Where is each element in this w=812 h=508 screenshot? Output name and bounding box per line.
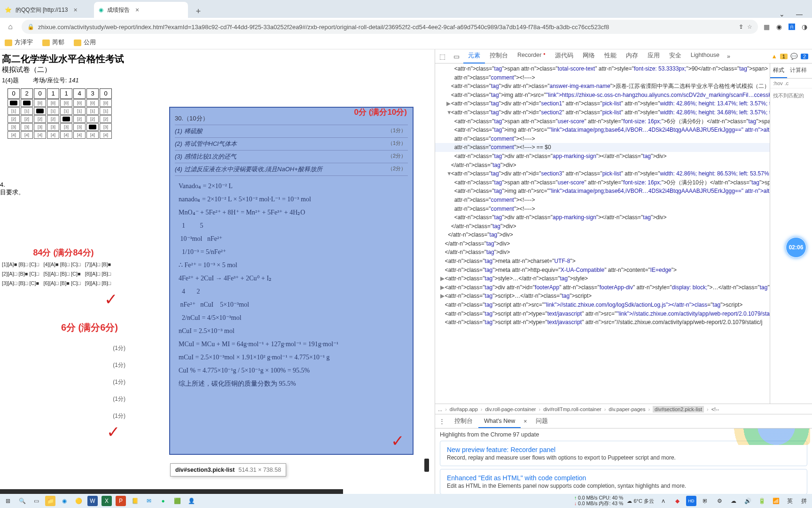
info-badge[interactable]: 2: [801, 54, 808, 59]
section3-highlight[interactable]: 0分 (满分10分) 30.（10分） (1) 稀硫酸（1分）(2) 将试管中H…: [169, 107, 414, 455]
bookmark-bar: 方泽宇 芮郁 公用: [0, 36, 812, 49]
exam-scroll[interactable]: 高二化学学业水平合格性考试 模拟试卷（二） 1(4)题 考场/座位号: 141 …: [0, 49, 435, 494]
ppt-icon[interactable]: P: [116, 496, 126, 506]
ime-mode[interactable]: 拼: [799, 496, 809, 506]
exam-meta: 1(4)题 考场/座位号: 141: [0, 76, 132, 85]
ext-icon[interactable]: ◑: [802, 23, 807, 31]
drawer-tabs: ⋮ 控制台 What's New × 问题: [435, 414, 812, 429]
devtools-tab[interactable]: Lighthouse: [686, 49, 724, 64]
app-icon[interactable]: 📒: [130, 496, 140, 506]
bookmark-folder[interactable]: 方泽宇: [5, 39, 33, 47]
new-tab-button[interactable]: +: [192, 5, 205, 18]
devtools-tabs: 元素控制台Recorder ●源代码网络性能内存应用安全Lighthouse: [463, 49, 724, 64]
devtools-tab[interactable]: 性能: [600, 49, 621, 64]
start-icon[interactable]: ⊞: [3, 496, 13, 506]
drawer-menu-icon[interactable]: ⋮: [435, 418, 449, 425]
styles-tab[interactable]: 样式: [770, 64, 787, 78]
device-icon[interactable]: ▭: [449, 53, 463, 60]
onedrive-icon[interactable]: ☁: [728, 496, 739, 506]
elements-panel[interactable]: <attr-n">class="tag">span attr-n">class=…: [435, 64, 770, 404]
devtools-tab[interactable]: 安全: [664, 49, 686, 64]
mcq-grid: [1][A]■ [B]□ [C]□ [4][A]■ [B]□ [C]□ [7][…: [0, 258, 127, 290]
mail-icon[interactable]: ✉: [144, 496, 154, 506]
checkmark-icon: ✓: [0, 422, 129, 441]
weather-widget[interactable]: ☁ 6°C 多云: [627, 498, 654, 505]
drawer-tab-console[interactable]: 控制台: [449, 414, 478, 428]
browser-tab-report[interactable]: ◉ 成绩报告 ×: [94, 2, 188, 18]
wifi-icon[interactable]: 📶: [771, 496, 781, 506]
blank-line: (1分): [0, 405, 129, 422]
devtools-tab[interactable]: 元素: [463, 49, 485, 64]
elements-breadcrumb[interactable]: ...›div#app.app›div.roll-page-container›…: [435, 404, 812, 414]
checkmark-icon: ✓: [0, 290, 127, 309]
devtools-tab[interactable]: 源代码: [550, 49, 578, 64]
excel-icon[interactable]: X: [102, 496, 112, 506]
tray-icon[interactable]: HD: [686, 496, 696, 506]
dropdown-icon[interactable]: ⌄: [779, 10, 785, 18]
url-input[interactable]: [38, 24, 735, 31]
extension-icons: ▦ ◉ 🅰 ◑: [764, 23, 807, 31]
close-icon[interactable]: ×: [133, 6, 141, 14]
chrome-icon[interactable]: 🟡: [73, 496, 84, 506]
ime-lang[interactable]: 英: [785, 496, 795, 506]
wechat-icon[interactable]: ●: [158, 496, 168, 506]
share-icon[interactable]: ⇪: [739, 24, 743, 30]
computed-tab[interactable]: 计算样: [787, 64, 810, 78]
word-icon[interactable]: W: [87, 496, 98, 506]
lock-icon: 🔒: [27, 24, 34, 30]
volume-icon[interactable]: 🔊: [742, 496, 753, 506]
explorer-icon[interactable]: 📁: [45, 496, 55, 506]
devtools-tab[interactable]: 内存: [621, 49, 643, 64]
app-icon[interactable]: 👤: [186, 496, 196, 506]
task-view-icon[interactable]: ▭: [31, 496, 41, 506]
close-icon[interactable]: ×: [521, 418, 530, 425]
search-icon[interactable]: 🔍: [17, 496, 27, 506]
filter-row[interactable]: :hov .c: [770, 79, 812, 88]
chrome-logo: [726, 429, 810, 445]
app-icon[interactable]: 🟩: [172, 496, 182, 506]
tray-icon[interactable]: ⛨: [700, 496, 710, 506]
browser-tab-qq[interactable]: ⭐ 的QQ空间 [http://113 ×: [0, 2, 94, 18]
home-icon[interactable]: ⌂: [5, 23, 16, 31]
bookmark-folder[interactable]: 芮郁: [42, 39, 64, 47]
ext-icon[interactable]: ▦: [764, 23, 770, 31]
whatsnew-card[interactable]: Enhanced "Edit as HTML" with code comple…: [440, 469, 807, 494]
browser-chrome: ⭐ 的QQ空间 [http://113 × ◉ 成绩报告 × + ⌄ — ⌂ 🔒…: [0, 0, 812, 49]
edge-icon[interactable]: ◉: [59, 496, 70, 506]
folder-icon: [42, 40, 50, 46]
score-label-84: 84分 (满分84分): [0, 247, 127, 258]
card-desc: Edit as HTML in the Elements panel now s…: [447, 483, 800, 489]
devtools-tab[interactable]: 应用: [643, 49, 664, 64]
drawer-tab-issues[interactable]: 问题: [530, 414, 554, 428]
drawer-tab-whatsnew[interactable]: What's New: [478, 415, 521, 428]
tray-icon[interactable]: ʌ: [658, 496, 668, 506]
scrollbar-thumb[interactable]: [424, 459, 429, 472]
footer-dark: [0, 489, 343, 494]
inspect-icon[interactable]: ⬚: [435, 53, 449, 60]
folder-icon: [5, 40, 12, 46]
tab-title: 的QQ空间 [http://113: [16, 6, 68, 14]
card-title: New preview feature: Recorder panel: [447, 446, 800, 453]
translate-icon[interactable]: 🅰: [789, 23, 795, 31]
section1-box: 84分 (满分84分) [1][A]■ [B]□ [C]□ [4][A]■ [B…: [0, 247, 127, 309]
bookmark-folder[interactable]: 公用: [74, 39, 96, 47]
devtools-tab[interactable]: Recorder ●: [513, 49, 550, 64]
tab-title: 成绩报告: [107, 6, 130, 14]
page-viewport: 高二化学学业水平合格性考试 模拟试卷（二） 1(4)题 考场/座位号: 141 …: [0, 49, 435, 494]
close-icon[interactable]: ×: [71, 6, 79, 14]
warn-badge[interactable]: 1: [780, 54, 788, 59]
floating-timer[interactable]: 02:06: [786, 237, 806, 258]
devtools-tab[interactable]: 控制台: [485, 49, 513, 64]
ext-icon[interactable]: ◉: [776, 23, 782, 31]
battery-icon[interactable]: 🔋: [757, 496, 767, 506]
star-icon[interactable]: ☆: [747, 24, 752, 30]
more-tabs-icon[interactable]: »: [724, 53, 733, 60]
tab-favicon: ◉: [99, 7, 103, 13]
tray-icon[interactable]: ⚙: [714, 496, 725, 506]
tab-bar: ⭐ 的QQ空间 [http://113 × ◉ 成绩报告 × + ⌄ —: [0, 0, 812, 18]
styles-panel: 样式 计算样 :hov .c 找不到匹配的: [770, 64, 812, 404]
devtools-tab[interactable]: 网络: [578, 49, 600, 64]
url-field-wrap[interactable]: 🔒 ⇪ ☆: [22, 20, 758, 34]
tray-icon[interactable]: ◆: [672, 496, 682, 506]
minimize-icon[interactable]: —: [796, 10, 803, 18]
